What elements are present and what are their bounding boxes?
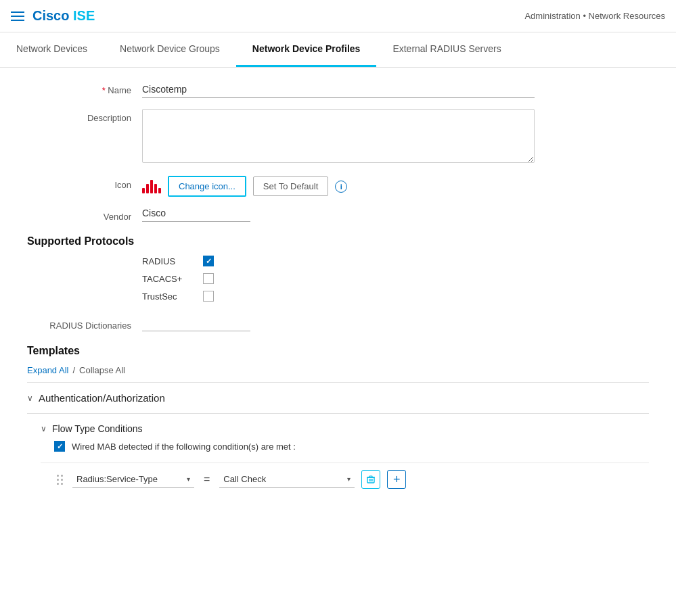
protocol-tacacs-row: TACACS+ (142, 273, 649, 284)
info-icon[interactable]: i (335, 181, 347, 193)
description-textarea[interactable] (142, 109, 535, 163)
bar-4 (154, 184, 157, 193)
auth-authz-section: ∨ Authentication/Authorization (27, 382, 649, 413)
vendor-row: Vendor Cisco (27, 208, 649, 222)
radius-dict-input[interactable] (142, 315, 250, 331)
flow-type-chevron: ∨ (41, 424, 47, 433)
description-input-wrapper (142, 109, 535, 165)
separator: / (72, 365, 75, 375)
tacacs-label: TACACS+ (142, 274, 196, 284)
app-header: Cisco ISE Administration • Network Resou… (0, 0, 676, 32)
tab-network-device-groups[interactable]: Network Device Groups (104, 32, 236, 67)
auth-authz-header[interactable]: ∨ Authentication/Authorization (27, 392, 649, 404)
trash-svg-icon (366, 475, 376, 484)
drag-handle[interactable] (54, 472, 66, 488)
protocols-section-title: Supported Protocols (27, 235, 649, 247)
condition-row-1: Radius:Service-Type ▾ = Call Check ▾ (41, 463, 649, 496)
expand-collapse-row: Expand All / Collapse All (27, 365, 649, 375)
left-dropdown-chevron: ▾ (187, 475, 190, 483)
radius-label: RADIUS (142, 256, 196, 266)
icon-row-inner: Change icon... Set To Default i (142, 176, 535, 197)
auth-authz-chevron: ∨ (27, 394, 33, 403)
dot-row-1 (57, 475, 63, 477)
set-to-default-button[interactable]: Set To Default (253, 176, 328, 196)
wired-mab-row: Wired MAB detected if the following cond… (41, 441, 649, 452)
header-left: Cisco ISE (11, 8, 95, 24)
left-dropdown-wrapper[interactable]: Radius:Service-Type ▾ (72, 471, 194, 488)
dot-row-2 (57, 479, 63, 481)
tacacs-checkbox[interactable] (203, 273, 214, 284)
nav-tabs: Network Devices Network Device Groups Ne… (0, 32, 676, 68)
icon-label: Icon (27, 176, 142, 190)
breadcrumb: Administration • Network Resources (524, 11, 665, 21)
bar-5 (158, 188, 161, 193)
dot-row-3 (57, 483, 63, 485)
cisco-icon (142, 180, 161, 193)
trustsec-checkbox[interactable] (203, 291, 214, 302)
icon-row: Icon Change icon... Set To Default i (27, 176, 649, 197)
protocol-trustsec-row: TrustSec (142, 291, 649, 302)
trustsec-label: TrustSec (142, 291, 196, 302)
templates-title: Templates (27, 345, 649, 357)
operator-equals: = (201, 473, 212, 485)
cisco-bars-icon (142, 180, 161, 193)
icon-controls: Change icon... Set To Default i (142, 176, 535, 197)
flow-type-section: ∨ Flow Type Conditions Wired MAB detecte… (27, 413, 649, 505)
wired-mab-checkbox[interactable] (54, 441, 65, 452)
description-row: Description (27, 109, 649, 165)
required-marker: * (102, 85, 108, 95)
flow-type-header[interactable]: ∨ Flow Type Conditions (41, 423, 649, 434)
change-icon-button[interactable]: Change icon... (168, 176, 246, 197)
main-content: * Name Description Icon (0, 68, 676, 519)
tab-network-device-profiles[interactable]: Network Device Profiles (236, 32, 377, 67)
right-dropdown-value: Call Check (223, 474, 347, 484)
tab-external-radius-servers[interactable]: External RADIUS Servers (376, 32, 517, 67)
bar-2 (146, 184, 149, 193)
vendor-label: Vendor (27, 208, 142, 222)
name-input[interactable] (142, 81, 535, 98)
description-label: Description (27, 109, 142, 123)
protocol-radius-row: RADIUS (142, 256, 649, 266)
bar-1 (142, 188, 145, 193)
tab-network-devices[interactable]: Network Devices (0, 32, 104, 67)
logo-cisco: Cisco (32, 8, 69, 23)
name-input-wrapper (142, 81, 535, 98)
radius-dict-label: RADIUS Dictionaries (27, 316, 142, 331)
app-logo: Cisco ISE (32, 8, 95, 24)
name-row: * Name (27, 81, 649, 98)
vendor-value-wrapper: Cisco (142, 208, 535, 222)
flow-type-inner: ∨ Flow Type Conditions Wired MAB detecte… (27, 423, 649, 496)
templates-section: Templates Expand All / Collapse All ∨ Au… (27, 345, 649, 505)
radius-checkbox[interactable] (203, 256, 214, 266)
right-dropdown-wrapper[interactable]: Call Check ▾ (219, 471, 355, 488)
hamburger-icon[interactable] (11, 11, 24, 21)
flow-type-label: Flow Type Conditions (52, 423, 143, 434)
radius-dict-row: RADIUS Dictionaries (27, 315, 649, 331)
collapse-all-link[interactable]: Collapse All (79, 365, 125, 375)
auth-authz-label: Authentication/Authorization (39, 392, 165, 404)
wired-mab-label: Wired MAB detected if the following cond… (72, 442, 296, 452)
vendor-value: Cisco (142, 208, 250, 222)
add-condition-button[interactable]: + (387, 470, 406, 489)
left-dropdown-value: Radius:Service-Type (76, 474, 187, 484)
expand-all-link[interactable]: Expand All (27, 365, 68, 375)
name-label: * Name (27, 81, 142, 95)
delete-condition-button[interactable] (361, 470, 380, 489)
bar-3 (150, 180, 153, 193)
logo-ise: ISE (73, 8, 95, 23)
right-dropdown-chevron: ▾ (347, 475, 351, 483)
